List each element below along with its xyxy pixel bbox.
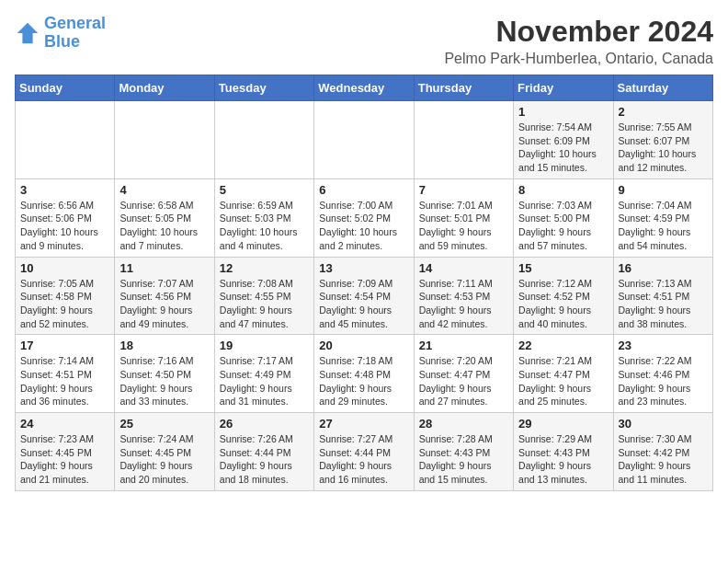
day-info: Sunrise: 6:58 AMSunset: 5:05 PMDaylight:…	[119, 199, 209, 253]
calendar-cell: 26Sunrise: 7:26 AMSunset: 4:44 PMDayligh…	[214, 413, 313, 491]
calendar-cell: 29Sunrise: 7:29 AMSunset: 4:43 PMDayligh…	[514, 413, 613, 491]
calendar-cell: 1Sunrise: 7:54 AMSunset: 6:09 PMDaylight…	[514, 101, 613, 179]
calendar-cell: 15Sunrise: 7:12 AMSunset: 4:52 PMDayligh…	[514, 257, 613, 335]
calendar-cell: 27Sunrise: 7:27 AMSunset: 4:44 PMDayligh…	[314, 413, 414, 491]
day-number: 29	[518, 417, 608, 431]
day-info: Sunrise: 7:23 AMSunset: 4:45 PMDaylight:…	[20, 432, 109, 487]
header-cell-monday: Monday	[115, 75, 214, 101]
day-number: 21	[419, 339, 508, 352]
day-number: 20	[319, 339, 408, 352]
calendar-cell: 2Sunrise: 7:55 AMSunset: 6:07 PMDaylight…	[613, 101, 712, 179]
day-info: Sunrise: 7:14 AMSunset: 4:51 PMDaylight:…	[20, 354, 109, 408]
week-row-5: 24Sunrise: 7:23 AMSunset: 4:45 PMDayligh…	[16, 413, 713, 491]
calendar-cell: 12Sunrise: 7:08 AMSunset: 4:55 PMDayligh…	[214, 257, 313, 335]
header-cell-friday: Friday	[514, 75, 613, 101]
day-info: Sunrise: 7:01 AMSunset: 5:01 PMDaylight:…	[419, 199, 508, 253]
day-number: 11	[119, 261, 209, 275]
calendar-cell: 16Sunrise: 7:13 AMSunset: 4:51 PMDayligh…	[613, 257, 712, 335]
day-number: 19	[220, 339, 309, 352]
day-info: Sunrise: 7:17 AMSunset: 4:49 PMDaylight:…	[220, 354, 309, 408]
day-info: Sunrise: 7:21 AMSunset: 4:47 PMDaylight:…	[518, 354, 608, 408]
calendar-cell: 28Sunrise: 7:28 AMSunset: 4:43 PMDayligh…	[414, 413, 513, 491]
day-number: 28	[419, 417, 508, 431]
calendar-cell	[314, 101, 414, 179]
calendar-cell	[115, 101, 214, 179]
day-info: Sunrise: 7:11 AMSunset: 4:53 PMDaylight:…	[419, 277, 508, 331]
day-info: Sunrise: 7:26 AMSunset: 4:44 PMDaylight:…	[220, 432, 309, 487]
day-info: Sunrise: 7:08 AMSunset: 4:55 PMDaylight:…	[220, 277, 309, 331]
day-number: 5	[220, 183, 309, 197]
day-number: 10	[20, 261, 109, 275]
calendar-cell: 8Sunrise: 7:03 AMSunset: 5:00 PMDaylight…	[514, 178, 613, 257]
day-info: Sunrise: 7:09 AMSunset: 4:54 PMDaylight:…	[319, 277, 408, 331]
calendar-cell: 17Sunrise: 7:14 AMSunset: 4:51 PMDayligh…	[16, 335, 115, 413]
day-info: Sunrise: 7:03 AMSunset: 5:00 PMDaylight:…	[518, 199, 608, 253]
subtitle: Pelmo Park-Humberlea, Ontario, Canada	[444, 51, 713, 67]
day-info: Sunrise: 7:18 AMSunset: 4:48 PMDaylight:…	[319, 354, 408, 408]
week-row-1: 1Sunrise: 7:54 AMSunset: 6:09 PMDaylight…	[16, 101, 713, 179]
calendar-cell: 6Sunrise: 7:00 AMSunset: 5:02 PMDaylight…	[314, 178, 414, 257]
calendar-cell: 11Sunrise: 7:07 AMSunset: 4:56 PMDayligh…	[115, 257, 214, 335]
day-number: 15	[518, 261, 608, 275]
day-number: 7	[419, 183, 508, 197]
week-row-4: 17Sunrise: 7:14 AMSunset: 4:51 PMDayligh…	[16, 335, 713, 413]
day-info: Sunrise: 7:13 AMSunset: 4:51 PMDaylight:…	[619, 277, 708, 331]
calendar-cell	[414, 101, 513, 179]
calendar-cell: 23Sunrise: 7:22 AMSunset: 4:46 PMDayligh…	[613, 335, 712, 413]
day-number: 17	[20, 339, 109, 352]
calendar-cell: 18Sunrise: 7:16 AMSunset: 4:50 PMDayligh…	[115, 335, 214, 413]
svg-marker-0	[17, 23, 38, 43]
day-number: 25	[119, 417, 209, 431]
day-info: Sunrise: 7:04 AMSunset: 4:59 PMDaylight:…	[619, 199, 708, 253]
header-cell-sunday: Sunday	[16, 75, 115, 101]
day-info: Sunrise: 7:05 AMSunset: 4:58 PMDaylight:…	[20, 277, 109, 331]
day-number: 2	[619, 105, 708, 119]
day-info: Sunrise: 7:22 AMSunset: 4:46 PMDaylight:…	[619, 354, 708, 408]
day-number: 27	[319, 417, 408, 431]
day-info: Sunrise: 7:24 AMSunset: 4:45 PMDaylight:…	[119, 432, 209, 487]
day-info: Sunrise: 6:59 AMSunset: 5:03 PMDaylight:…	[220, 199, 309, 253]
calendar-table: SundayMondayTuesdayWednesdayThursdayFrid…	[15, 75, 713, 491]
calendar-cell: 5Sunrise: 6:59 AMSunset: 5:03 PMDaylight…	[214, 178, 313, 257]
day-number: 30	[619, 417, 708, 431]
day-number: 18	[119, 339, 209, 352]
calendar-cell: 4Sunrise: 6:58 AMSunset: 5:05 PMDaylight…	[115, 178, 214, 257]
logo-line2: Blue	[44, 32, 80, 51]
day-info: Sunrise: 7:16 AMSunset: 4:50 PMDaylight:…	[119, 354, 209, 408]
calendar-cell: 24Sunrise: 7:23 AMSunset: 4:45 PMDayligh…	[16, 413, 115, 491]
day-info: Sunrise: 7:30 AMSunset: 4:42 PMDaylight:…	[619, 432, 708, 487]
calendar-cell: 21Sunrise: 7:20 AMSunset: 4:47 PMDayligh…	[414, 335, 513, 413]
calendar-cell	[214, 101, 313, 179]
calendar-cell: 30Sunrise: 7:30 AMSunset: 4:42 PMDayligh…	[613, 413, 712, 491]
day-number: 1	[518, 105, 608, 119]
calendar-cell: 13Sunrise: 7:09 AMSunset: 4:54 PMDayligh…	[314, 257, 414, 335]
day-number: 23	[619, 339, 708, 352]
day-number: 26	[220, 417, 309, 431]
calendar-cell: 14Sunrise: 7:11 AMSunset: 4:53 PMDayligh…	[414, 257, 513, 335]
logo-icon	[15, 20, 40, 46]
logo: General Blue	[15, 15, 106, 52]
header: General Blue November 2024 Pelmo Park-Hu…	[15, 15, 713, 67]
calendar-cell: 20Sunrise: 7:18 AMSunset: 4:48 PMDayligh…	[314, 335, 414, 413]
header-cell-saturday: Saturday	[613, 75, 712, 101]
title-section: November 2024 Pelmo Park-Humberlea, Onta…	[444, 15, 713, 67]
day-info: Sunrise: 7:54 AMSunset: 6:09 PMDaylight:…	[518, 121, 608, 175]
day-info: Sunrise: 7:29 AMSunset: 4:43 PMDaylight:…	[518, 432, 608, 487]
calendar-cell: 9Sunrise: 7:04 AMSunset: 4:59 PMDaylight…	[613, 178, 712, 257]
week-row-2: 3Sunrise: 6:56 AMSunset: 5:06 PMDaylight…	[16, 178, 713, 257]
header-cell-wednesday: Wednesday	[314, 75, 414, 101]
day-number: 3	[20, 183, 109, 197]
calendar-cell: 22Sunrise: 7:21 AMSunset: 4:47 PMDayligh…	[514, 335, 613, 413]
logo-text: General Blue	[44, 15, 106, 52]
calendar-cell: 7Sunrise: 7:01 AMSunset: 5:01 PMDaylight…	[414, 178, 513, 257]
day-info: Sunrise: 7:55 AMSunset: 6:07 PMDaylight:…	[619, 121, 708, 175]
day-info: Sunrise: 7:27 AMSunset: 4:44 PMDaylight:…	[319, 432, 408, 487]
calendar-cell: 10Sunrise: 7:05 AMSunset: 4:58 PMDayligh…	[16, 257, 115, 335]
day-number: 24	[20, 417, 109, 431]
day-number: 22	[518, 339, 608, 352]
calendar-cell: 25Sunrise: 7:24 AMSunset: 4:45 PMDayligh…	[115, 413, 214, 491]
day-info: Sunrise: 7:20 AMSunset: 4:47 PMDaylight:…	[419, 354, 508, 408]
week-row-3: 10Sunrise: 7:05 AMSunset: 4:58 PMDayligh…	[16, 257, 713, 335]
day-number: 8	[518, 183, 608, 197]
day-number: 6	[319, 183, 408, 197]
